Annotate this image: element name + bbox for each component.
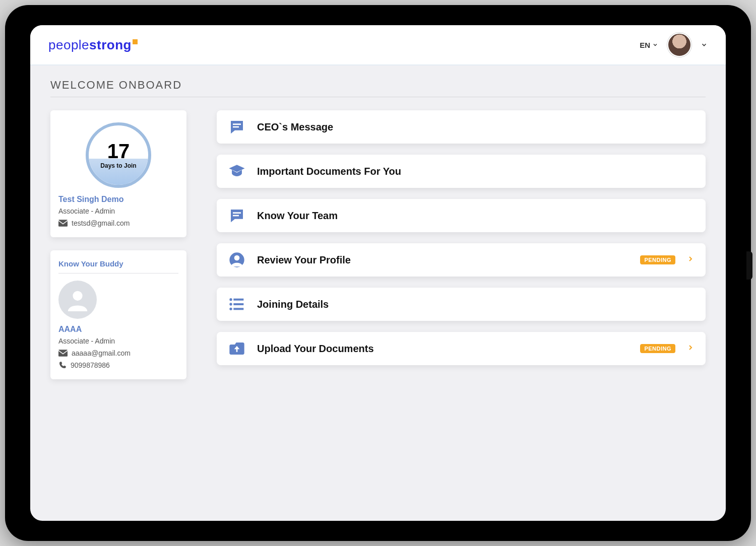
profile-email-row: testsd@gmail.com (58, 219, 178, 227)
step-title: Review Your Profile (257, 254, 629, 266)
user-avatar[interactable] (667, 33, 691, 57)
left-column: 17 Days to Join Test Singh Demo Associat… (50, 110, 186, 392)
profile-email: testsd@gmail.com (72, 219, 130, 227)
upload-icon (228, 339, 246, 358)
chevron-right-icon (686, 255, 695, 265)
step-ceo-message[interactable]: CEO`s Message (217, 110, 706, 144)
svg-rect-5 (233, 212, 241, 214)
chevron-right-icon (686, 344, 695, 354)
logo: peoplestrong (48, 37, 138, 53)
mail-icon (58, 220, 68, 227)
language-selector[interactable]: EN (640, 41, 658, 49)
language-label: EN (640, 41, 650, 49)
step-title: Joining Details (257, 299, 695, 310)
top-bar: peoplestrong EN (30, 25, 726, 65)
days-value: 17 (107, 141, 130, 161)
buddy-name: AAAA (58, 325, 178, 334)
svg-rect-4 (233, 126, 239, 128)
grad-icon (228, 162, 246, 180)
step-title: Know Your Team (257, 210, 695, 222)
svg-rect-2 (58, 350, 68, 357)
page-title: WELCOME ONBOARD (50, 79, 706, 97)
list-icon (228, 295, 246, 313)
tablet-frame: peoplestrong EN WELCOME ONBOARD (5, 5, 751, 541)
days-counter-wrap: 17 Days to Join (58, 122, 178, 188)
days-label: Days to Join (100, 162, 136, 169)
buddy-heading: Know Your Buddy (58, 259, 178, 274)
logo-text-2: strong (89, 37, 132, 52)
svg-rect-0 (58, 220, 68, 227)
buddy-phone: 9099878986 (71, 361, 110, 369)
buddy-phone-row: 9099878986 (58, 361, 178, 369)
days-counter: 17 Days to Join (86, 122, 151, 188)
profile-role: Associate - Admin (58, 207, 178, 215)
user-menu-chevron-icon[interactable] (701, 41, 708, 48)
main-layout: 17 Days to Join Test Singh Demo Associat… (50, 110, 706, 392)
phone-icon (58, 361, 67, 369)
buddy-card: Know Your Buddy AAAA Associate - Admin a… (50, 250, 186, 379)
mail-icon (58, 350, 68, 357)
svg-point-1 (73, 291, 82, 301)
chat-icon (228, 118, 246, 136)
status-badge: PENDING (640, 344, 675, 353)
svg-rect-3 (233, 123, 241, 125)
content-area: WELCOME ONBOARD 17 Days to Join Test Sin… (30, 65, 726, 521)
step-title: Upload Your Documents (257, 343, 629, 355)
logo-text-1: people (48, 37, 89, 52)
svg-rect-6 (233, 215, 239, 217)
svg-point-11 (229, 303, 232, 305)
chat-icon (228, 207, 246, 225)
step-title: Important Documents For You (257, 166, 695, 177)
svg-point-13 (229, 308, 232, 310)
steps-list: CEO`s MessageImportant Documents For You… (217, 110, 706, 365)
step-know-team[interactable]: Know Your Team (217, 199, 706, 232)
svg-point-8 (234, 255, 240, 261)
step-important-docs[interactable]: Important Documents For You (217, 155, 706, 188)
buddy-role: Associate - Admin (58, 337, 178, 345)
status-badge: PENDING (640, 255, 675, 264)
step-review-profile[interactable]: Review Your ProfilePENDING (217, 243, 706, 277)
screen: peoplestrong EN WELCOME ONBOARD (30, 25, 726, 521)
top-right-controls: EN (640, 33, 708, 57)
chevron-down-icon (652, 42, 658, 48)
profile-name: Test Singh Demo (58, 195, 178, 204)
buddy-avatar (58, 281, 97, 319)
svg-point-9 (229, 298, 232, 301)
step-title: CEO`s Message (257, 121, 695, 133)
svg-rect-10 (233, 299, 243, 301)
buddy-email-row: aaaaa@gmail.com (58, 349, 178, 357)
svg-rect-12 (233, 303, 243, 305)
person-icon (228, 251, 246, 269)
buddy-email: aaaaa@gmail.com (72, 349, 131, 357)
profile-card: 17 Days to Join Test Singh Demo Associat… (50, 110, 186, 237)
svg-rect-14 (233, 308, 243, 310)
step-upload-docs[interactable]: Upload Your DocumentsPENDING (217, 332, 706, 365)
logo-accent-square (133, 39, 138, 44)
step-joining-details[interactable]: Joining Details (217, 288, 706, 321)
